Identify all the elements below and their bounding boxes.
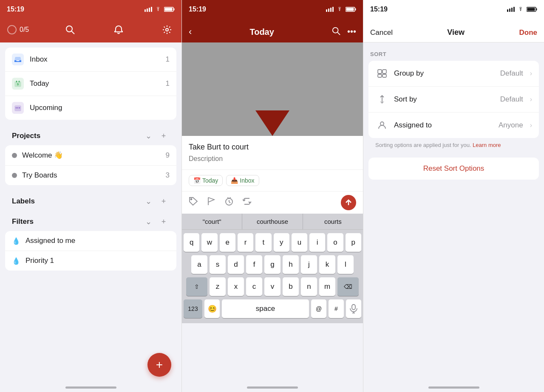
kb-key-m[interactable]: m	[319, 277, 335, 296]
kb-key-v[interactable]: v	[264, 277, 280, 296]
middle-title: Today	[249, 27, 274, 37]
labels-add-button[interactable]: +	[158, 195, 170, 207]
project-item-boards[interactable]: Try Boards 3	[5, 166, 176, 185]
kb-key-j[interactable]: j	[301, 255, 317, 274]
inbox-count: 1	[166, 55, 170, 64]
kb-key-d[interactable]: d	[228, 255, 244, 274]
flag-button[interactable]	[207, 197, 216, 209]
gear-icon	[162, 25, 172, 34]
sort-row-sort-by[interactable]: Sort by Default ›	[368, 87, 539, 113]
kb-key-b[interactable]: b	[283, 277, 299, 296]
reminder-button[interactable]	[224, 197, 234, 209]
svg-point-9	[66, 26, 72, 32]
sort-row-group-by[interactable]: Group by Default ›	[368, 61, 539, 87]
middle-header-row: ‹ Today •••	[189, 26, 356, 37]
back-button[interactable]: ‹	[189, 26, 192, 37]
kb-at-key[interactable]: @	[311, 299, 326, 318]
kb-space-key[interactable]: space	[222, 299, 309, 318]
left-time: 15:19	[7, 6, 24, 13]
svg-point-11	[166, 28, 168, 31]
label-button[interactable]	[189, 197, 198, 209]
svg-rect-31	[352, 305, 355, 310]
sidebar-item-today[interactable]: 9 Today 1	[5, 72, 176, 96]
kb-numbers-key[interactable]: 123	[184, 299, 202, 318]
kb-key-p[interactable]: p	[346, 233, 361, 252]
repeat-button[interactable]	[242, 197, 252, 209]
task-tag-inbox[interactable]: 📥 Inbox	[226, 175, 259, 186]
kb-key-r[interactable]: r	[238, 233, 253, 252]
svg-rect-42	[382, 70, 386, 73]
middle-more-button[interactable]: •••	[347, 27, 356, 37]
kb-key-s[interactable]: s	[210, 255, 226, 274]
kb-key-n[interactable]: n	[301, 277, 317, 296]
cancel-button[interactable]: Cancel	[370, 28, 393, 37]
sidebar-item-upcoming[interactable]: Upcoming	[5, 96, 176, 120]
filter-dot-assigned: 💧	[12, 237, 20, 245]
progress-button[interactable]: 0/5	[7, 25, 29, 35]
kb-key-t[interactable]: t	[255, 233, 271, 252]
filters-collapse-button[interactable]: ⌄	[142, 216, 154, 228]
kb-key-y[interactable]: y	[274, 233, 289, 252]
kb-key-a[interactable]: a	[191, 255, 207, 274]
project-item-welcome[interactable]: Welcome 👋 9	[5, 145, 176, 166]
kb-key-k[interactable]: k	[319, 255, 335, 274]
filter-item-priority[interactable]: 💧 Priority 1	[5, 251, 176, 271]
filters-add-button[interactable]: +	[158, 216, 170, 228]
sidebar-item-inbox[interactable]: Inbox 1	[5, 48, 176, 72]
search-button[interactable]	[62, 22, 78, 37]
autocomplete-label-1: courthouse	[257, 218, 288, 225]
task-description-input[interactable]	[189, 155, 356, 163]
autocomplete-court-quoted[interactable]: "court"	[182, 214, 242, 229]
kb-key-w[interactable]: w	[201, 233, 217, 252]
kb-key-h[interactable]: h	[283, 255, 299, 274]
svg-rect-20	[326, 9, 327, 12]
kb-backspace-key[interactable]: ⌫	[337, 277, 359, 296]
kb-key-z[interactable]: z	[210, 277, 226, 296]
learn-more-link[interactable]: Learn more	[473, 142, 501, 148]
middle-search-button[interactable]	[332, 27, 340, 37]
kb-mic-key[interactable]	[346, 299, 361, 318]
right-status-bar: 15:19	[363, 0, 544, 19]
kb-key-i[interactable]: i	[309, 233, 325, 252]
assigned-to-label: Assigned to	[394, 121, 493, 130]
kb-emoji-key[interactable]: 😊	[204, 299, 220, 318]
kb-key-c[interactable]: c	[246, 277, 262, 296]
settings-button[interactable]	[159, 22, 175, 37]
kb-key-l[interactable]: l	[337, 255, 354, 274]
projects-card: Welcome 👋 9 Try Boards 3	[5, 145, 176, 185]
svg-text:9: 9	[17, 83, 19, 86]
progress-circle-icon	[7, 25, 17, 35]
projects-collapse-button[interactable]: ⌄	[142, 130, 154, 142]
today-label: Today	[30, 79, 160, 88]
kb-key-g[interactable]: g	[264, 255, 280, 274]
labels-section-header: Labels ⌄ +	[5, 190, 176, 211]
autocomplete-courthouse[interactable]: courthouse	[242, 214, 303, 229]
projects-add-button[interactable]: +	[158, 130, 170, 142]
svg-rect-18	[17, 107, 18, 108]
kb-key-q[interactable]: q	[184, 233, 199, 252]
filter-item-assigned-to-me[interactable]: 💧 Assigned to me	[5, 231, 176, 251]
task-tag-today[interactable]: 📅 Today	[189, 175, 223, 186]
done-button[interactable]: Done	[519, 28, 538, 37]
kb-key-o[interactable]: o	[327, 233, 343, 252]
kb-key-e[interactable]: e	[220, 233, 235, 252]
send-button[interactable]	[341, 195, 356, 210]
kb-key-u[interactable]: u	[292, 233, 307, 252]
kb-key-f[interactable]: f	[246, 255, 262, 274]
svg-rect-37	[513, 7, 515, 12]
kb-key-x[interactable]: x	[228, 277, 244, 296]
add-task-fab[interactable]: +	[147, 353, 171, 377]
notifications-button[interactable]	[111, 22, 126, 37]
svg-rect-34	[507, 9, 508, 12]
kb-shift-key[interactable]: ⇧	[186, 277, 207, 296]
battery-icon	[164, 7, 175, 12]
project-name-welcome: Welcome 👋	[22, 151, 161, 160]
inbox-icon	[12, 54, 24, 65]
kb-hash-key[interactable]: #	[329, 299, 344, 318]
sort-row-assigned-to[interactable]: Assigned to Anyone ›	[368, 113, 539, 138]
reset-sort-options-button[interactable]: Reset Sort Options	[368, 158, 539, 180]
autocomplete-courts[interactable]: courts	[303, 214, 363, 229]
task-title-input[interactable]	[189, 143, 356, 152]
labels-collapse-button[interactable]: ⌄	[142, 195, 154, 207]
filters-title: Filters	[12, 217, 139, 226]
